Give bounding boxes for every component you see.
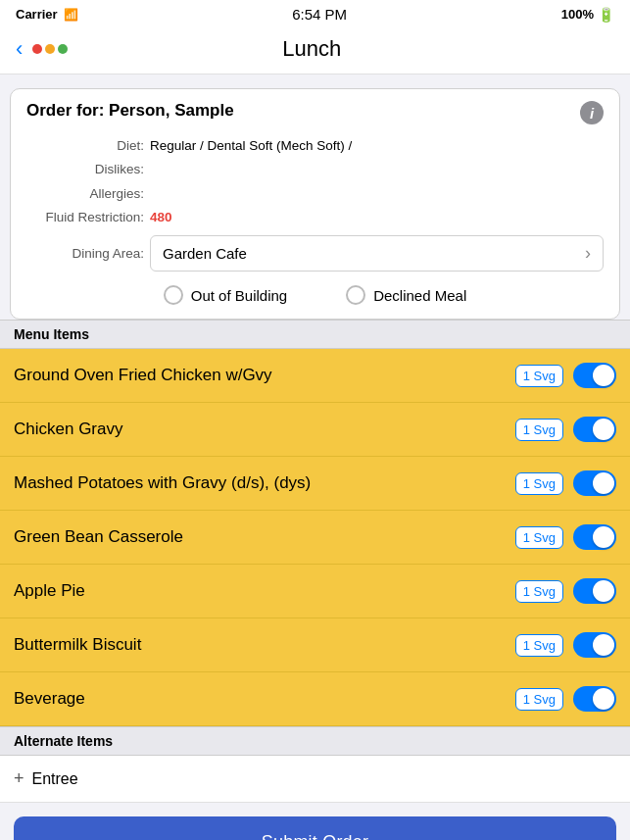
- battery-icon: [598, 7, 614, 23]
- alternate-section-header: Alternate Items: [0, 726, 630, 756]
- wifi-icon: [64, 7, 78, 22]
- alternate-item-label: Entree: [32, 770, 78, 788]
- chevron-right-icon: ›: [585, 243, 591, 264]
- alternate-items-list: + Entree: [0, 756, 630, 803]
- submit-order-button[interactable]: Submit Order: [14, 816, 616, 840]
- menu-item-name: Apple Pie: [14, 581, 506, 601]
- menu-item-toggle[interactable]: [573, 417, 616, 442]
- status-left: Carrier: [16, 7, 78, 22]
- out-of-building-radio[interactable]: [164, 285, 183, 305]
- dot-red: [32, 44, 42, 54]
- fluid-restriction-value: 480: [150, 206, 172, 229]
- menu-item-toggle[interactable]: [573, 686, 616, 712]
- menu-section-header: Menu Items: [0, 320, 630, 349]
- battery-label: 100%: [561, 7, 594, 22]
- status-right: 100%: [561, 7, 614, 23]
- menu-item: Mashed Potatoes with Gravy (d/s), (dys) …: [0, 457, 630, 511]
- menu-item-toggle[interactable]: [573, 524, 616, 550]
- serving-badge[interactable]: 1 Svg: [515, 688, 563, 711]
- menu-items-list: Ground Oven Fried Chicken w/Gvy 1 Svg Ch…: [0, 349, 630, 726]
- serving-badge[interactable]: 1 Svg: [515, 419, 563, 441]
- alternate-section: Alternate Items + Entree: [0, 726, 630, 803]
- dislikes-row: Dislikes:: [26, 158, 604, 181]
- menu-item-name: Mashed Potatoes with Gravy (d/s), (dys): [14, 473, 506, 493]
- serving-badge[interactable]: 1 Svg: [515, 634, 563, 657]
- menu-item: Apple Pie 1 Svg: [0, 565, 630, 618]
- nav-bar: ‹ Lunch: [0, 28, 630, 74]
- radio-row: Out of Building Declined Meal: [26, 285, 604, 305]
- serving-badge[interactable]: 1 Svg: [515, 526, 563, 549]
- dining-area-selector[interactable]: Garden Cafe ›: [150, 235, 604, 272]
- dining-area-value: Garden Cafe: [163, 245, 247, 262]
- fluid-restriction-row: Fluid Restriction: 480: [26, 206, 604, 229]
- dining-area-label: Dining Area:: [26, 246, 144, 261]
- diet-row: Diet: Regular / Dental Soft (Mech Soft) …: [26, 134, 604, 158]
- person-name: Person, Sample: [109, 101, 234, 120]
- allergies-label: Allergies:: [26, 182, 144, 206]
- order-for-label: Order for: Person, Sample: [26, 101, 234, 121]
- menu-item-toggle[interactable]: [573, 632, 616, 658]
- page-title: Lunch: [68, 36, 556, 62]
- carrier-label: Carrier: [16, 7, 58, 22]
- info-button[interactable]: i: [580, 101, 604, 124]
- dot-yellow: [45, 44, 55, 54]
- serving-badge[interactable]: 1 Svg: [515, 365, 563, 387]
- order-details: Diet: Regular / Dental Soft (Mech Soft) …: [26, 134, 604, 229]
- dining-area-row: Dining Area: Garden Cafe ›: [26, 235, 604, 272]
- serving-badge[interactable]: 1 Svg: [515, 472, 563, 495]
- declined-meal-radio[interactable]: [346, 285, 365, 305]
- order-header: Order for: Person, Sample i: [26, 101, 604, 124]
- menu-item-name: Chicken Gravy: [14, 420, 506, 439]
- menu-section: Menu Items Ground Oven Fried Chicken w/G…: [0, 320, 630, 726]
- out-of-building-option[interactable]: Out of Building: [164, 285, 287, 305]
- diet-value: Regular / Dental Soft (Mech Soft) /: [150, 134, 352, 158]
- alternate-item[interactable]: + Entree: [0, 756, 630, 803]
- menu-item-name: Ground Oven Fried Chicken w/Gvy: [14, 366, 506, 385]
- menu-item-toggle[interactable]: [573, 578, 616, 604]
- status-bar: Carrier 6:54 PM 100%: [0, 0, 630, 28]
- allergies-row: Allergies:: [26, 182, 604, 206]
- back-chevron-icon: ‹: [16, 36, 23, 62]
- serving-badge[interactable]: 1 Svg: [515, 580, 563, 603]
- menu-item: Chicken Gravy 1 Svg: [0, 403, 630, 457]
- menu-item-name: Beverage: [14, 689, 506, 709]
- menu-item-toggle[interactable]: [573, 363, 616, 388]
- back-button[interactable]: ‹: [16, 36, 68, 62]
- diet-label: Diet:: [26, 134, 144, 158]
- status-time: 6:54 PM: [292, 6, 347, 23]
- declined-meal-option[interactable]: Declined Meal: [346, 285, 466, 305]
- menu-item-name: Buttermilk Biscuit: [14, 635, 506, 655]
- app-dots: [32, 44, 68, 54]
- order-card: Order for: Person, Sample i Diet: Regula…: [10, 88, 620, 320]
- menu-item: Green Bean Casserole 1 Svg: [0, 511, 630, 565]
- menu-item-name: Green Bean Casserole: [14, 527, 506, 547]
- submit-section: Submit Order: [0, 803, 630, 840]
- dislikes-label: Dislikes:: [26, 158, 144, 181]
- fluid-restriction-label: Fluid Restriction:: [26, 206, 144, 229]
- menu-item: Buttermilk Biscuit 1 Svg: [0, 618, 630, 672]
- declined-meal-label: Declined Meal: [373, 287, 466, 304]
- menu-item-toggle[interactable]: [573, 470, 616, 496]
- menu-item: Beverage 1 Svg: [0, 672, 630, 726]
- menu-item: Ground Oven Fried Chicken w/Gvy 1 Svg: [0, 349, 630, 403]
- out-of-building-label: Out of Building: [191, 287, 287, 304]
- dot-green: [58, 44, 68, 54]
- plus-icon: +: [14, 768, 24, 789]
